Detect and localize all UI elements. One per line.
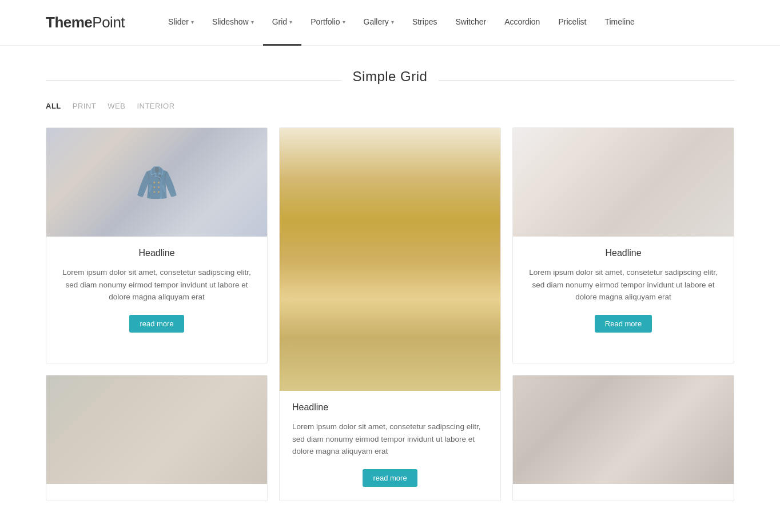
nav-item-accordion[interactable]: Accordion — [495, 0, 549, 46]
card-image-desk — [513, 128, 734, 237]
card-image-suits — [46, 128, 267, 237]
card-image-blanket — [280, 128, 500, 391]
logo-bold: Theme — [46, 14, 92, 31]
read-more-button-1[interactable]: read more — [129, 315, 184, 333]
grid-card-1: Headline Lorem ipsum dolor sit amet, con… — [46, 127, 268, 363]
header: ThemePoint Slider ▾ Slideshow ▾ Grid ▾ P… — [0, 0, 780, 46]
filter-bar: ALL PRINT WEB INTERIOR — [0, 102, 780, 122]
page-title-section: Simple Grid — [0, 46, 780, 102]
card-body-2: Headline Lorem ipsum dolor sit amet, con… — [280, 391, 500, 501]
read-more-button-2[interactable]: read more — [363, 469, 417, 487]
nav-item-portfolio[interactable]: Portfolio ▾ — [301, 0, 354, 46]
grid-container: Headline Lorem ipsum dolor sit amet, con… — [0, 122, 780, 532]
nav-item-slider[interactable]: Slider ▾ — [159, 0, 203, 46]
nav-item-gallery[interactable]: Gallery ▾ — [355, 0, 403, 46]
nav-item-timeline[interactable]: Timeline — [595, 0, 643, 46]
card-headline-1: Headline — [59, 248, 254, 258]
card-body-1: Headline Lorem ipsum dolor sit amet, con… — [46, 237, 267, 346]
card-headline-3: Headline — [526, 248, 721, 258]
card-image-tablet — [46, 375, 267, 484]
filter-web[interactable]: WEB — [108, 102, 125, 110]
nav-item-grid[interactable]: Grid ▾ — [263, 0, 301, 46]
chevron-down-icon: ▾ — [391, 19, 394, 25]
filter-interior[interactable]: INTERIOR — [137, 102, 174, 110]
card-text-2: Lorem ipsum dolor sit amet, consetetur s… — [292, 421, 488, 458]
grid-card-4 — [46, 375, 268, 501]
read-more-button-3[interactable]: Read more — [595, 315, 652, 333]
chevron-down-icon: ▾ — [191, 19, 194, 25]
main-nav: Slider ▾ Slideshow ▾ Grid ▾ Portfolio ▾ … — [159, 0, 644, 46]
grid-card-2: Headline Lorem ipsum dolor sit amet, con… — [279, 127, 501, 501]
nav-item-slideshow[interactable]: Slideshow ▾ — [203, 0, 263, 46]
filter-print[interactable]: PRINT — [73, 102, 97, 110]
card-image-glasses — [513, 375, 734, 484]
chevron-down-icon: ▾ — [343, 19, 345, 25]
card-body-3: Headline Lorem ipsum dolor sit amet, con… — [513, 237, 734, 346]
logo[interactable]: ThemePoint — [46, 14, 125, 31]
page-title: Simple Grid — [341, 69, 439, 85]
chevron-down-icon: ▾ — [251, 19, 254, 25]
nav-item-stripes[interactable]: Stripes — [403, 0, 447, 46]
grid-card-5 — [512, 375, 734, 501]
grid-card-3: Headline Lorem ipsum dolor sit amet, con… — [512, 127, 734, 363]
nav-item-pricelist[interactable]: Pricelist — [549, 0, 595, 46]
filter-all[interactable]: ALL — [46, 102, 61, 110]
logo-regular: Point — [92, 14, 125, 31]
chevron-down-icon: ▾ — [289, 19, 292, 25]
nav-item-switcher[interactable]: Switcher — [446, 0, 495, 46]
card-headline-2: Headline — [292, 402, 488, 413]
card-text-3: Lorem ipsum dolor sit amet, consetetur s… — [526, 266, 721, 303]
card-text-1: Lorem ipsum dolor sit amet, consetetur s… — [59, 266, 254, 303]
